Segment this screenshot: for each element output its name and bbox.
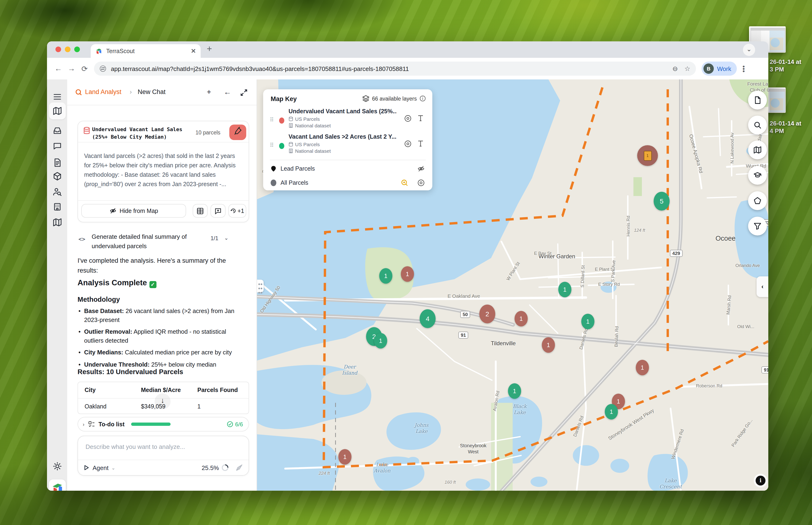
map-attribution-info-button[interactable]: i [756, 476, 765, 485]
new-chat-button[interactable]: + [207, 88, 211, 96]
hide-from-map-button[interactable]: Hide from Map [81, 204, 186, 217]
close-window-button[interactable] [56, 46, 61, 52]
browser-tab[interactable]: TerraScout ✕ [91, 44, 201, 58]
breadcrumb-agent[interactable]: Land Analyst [85, 88, 121, 95]
browser-profile-chip[interactable]: B Work [702, 62, 737, 76]
map-canvas[interactable]: Winter GardenTildenvilleOcoeeE Oakland A… [257, 79, 768, 491]
terrascout-logo[interactable] [49, 479, 65, 491]
zoom-out-icon[interactable]: ⊖ [672, 65, 678, 72]
minimize-window-button[interactable] [65, 46, 71, 52]
layer-visibility-icon[interactable] [404, 140, 412, 148]
menu-icon[interactable] [52, 92, 62, 102]
send-icon[interactable] [235, 464, 243, 471]
filter-button[interactable] [748, 217, 767, 236]
lead-parcels-row[interactable]: Lead Parcels [271, 164, 425, 174]
sidebar-item-datasets[interactable] [52, 171, 62, 181]
map-marker-cluster[interactable]: 1 [558, 282, 571, 297]
learn-button[interactable] [748, 166, 767, 185]
dataset-card[interactable]: Undervalued Vacant Land Sales (25%+ Belo… [78, 121, 249, 222]
map-marker-cluster[interactable]: 1 [605, 404, 618, 419]
drag-handle-icon[interactable]: ⠿ [270, 142, 274, 149]
back-button[interactable]: ← [52, 64, 65, 73]
panel-drag-handle[interactable]: ●●●●●● [257, 280, 264, 292]
chat-panel: Land Analyst › New Chat + ← Undervalued … [67, 79, 257, 491]
draw-polygon-button[interactable] [748, 191, 767, 210]
basemap-button[interactable] [748, 140, 767, 159]
map-marker-cluster[interactable]: 1 [542, 337, 555, 353]
browser-menu-icon[interactable]: ••• [742, 65, 745, 72]
dataset-description: Vacant land parcels (>2 acres) that sold… [84, 151, 243, 189]
parcel-report-button[interactable] [748, 91, 767, 109]
analysis-complete-heading: Analysis Complete✓ [78, 278, 240, 288]
task-chevron-down-icon[interactable]: ⌄ [224, 235, 228, 241]
map-marker-cluster[interactable]: 2 [479, 304, 495, 324]
map-key-panel[interactable]: Map Key 66 available layers ⠿ Undervalue… [263, 89, 432, 190]
tab-close-icon[interactable]: ✕ [191, 47, 196, 55]
comment-plus-icon [215, 208, 221, 214]
todo-list-bar[interactable]: › To-do list 6/6 [78, 417, 249, 432]
mode-selector[interactable]: Agent [93, 464, 109, 471]
todo-label: To-do list [98, 421, 124, 427]
theme-toggle-sun-icon[interactable] [52, 462, 62, 471]
map-marker-cluster[interactable]: 1 [374, 333, 387, 348]
dataset-title: Undervalued Vacant Land Sales (25%+ Belo… [92, 126, 195, 141]
new-tab-button[interactable]: + [207, 44, 212, 54]
eye-icon[interactable] [417, 179, 425, 186]
map-key-layer-row[interactable]: ⠿ Vacant Land Sales >2 Acres (Last 2 Y..… [268, 134, 428, 158]
reload-button[interactable]: ⟳ [78, 64, 91, 73]
eye-off-icon[interactable] [417, 165, 425, 172]
back-chat-button[interactable]: ← [224, 88, 231, 96]
map-marker-cluster[interactable]: 1 [581, 314, 594, 329]
eye-off-icon [109, 207, 116, 214]
site-settings-icon[interactable] [99, 65, 106, 72]
zoom-window-button[interactable] [74, 46, 80, 52]
sidebar-item-maps[interactable] [52, 217, 62, 227]
context-ring [221, 464, 229, 471]
map-marker-cluster[interactable]: 4 [419, 309, 435, 328]
sidebar-item-chat[interactable] [52, 141, 62, 151]
map-key-layer-row[interactable]: ⠿ Undervalued Vacant Land Sales (25%... … [268, 108, 428, 133]
paint-layer-button[interactable] [229, 124, 246, 140]
view-table-button[interactable] [193, 204, 208, 217]
map-marker-cluster[interactable]: 1 [508, 383, 521, 399]
collapse-panel-handle[interactable]: ‹ [756, 276, 768, 297]
mode-chevron-icon[interactable]: ⌄ [111, 465, 116, 470]
gray-dot [271, 180, 276, 186]
layer-label-toggle-icon[interactable] [417, 115, 424, 122]
breadcrumb-chat-name: New Chat [138, 88, 166, 95]
sidebar-item-documents[interactable] [52, 158, 62, 167]
map-marker-cluster[interactable]: 1 [515, 311, 528, 327]
check-circle-icon [227, 421, 233, 427]
composer[interactable]: Describe what you want to analyze... Age… [78, 436, 249, 476]
todo-chevron-icon[interactable]: › [83, 421, 85, 427]
all-parcels-row[interactable]: All Parcels [271, 178, 425, 188]
layer-visibility-icon[interactable] [404, 115, 412, 122]
comment-button[interactable] [211, 204, 226, 217]
map-marker-cluster[interactable]: 5 [654, 192, 670, 211]
context-percentage: 25.5% [202, 464, 219, 471]
layer-label-toggle-icon[interactable] [417, 140, 424, 147]
map-marker-cluster[interactable]: 1 [637, 145, 658, 166]
expand-panel-icon[interactable] [241, 89, 247, 96]
address-bar[interactable]: app.terrascout.ai/map?chatId=j2s1j1wm576… [94, 62, 696, 76]
bookmark-star-icon[interactable]: ☆ [685, 65, 690, 72]
map-marker-cluster[interactable]: 1 [636, 360, 649, 375]
screenshot-filename-2b: 4 PM [770, 127, 784, 134]
sidebar-item-inbox[interactable] [52, 126, 62, 135]
sidebar-item-lead-search[interactable] [52, 187, 62, 196]
history-button[interactable]: +1 [228, 204, 246, 217]
list-item: Outlier Removal: Applied IQR method - no… [78, 328, 240, 345]
browser-toolbar: ← → ⟳ app.terrascout.ai/map?chatId=j2s1j… [47, 58, 768, 79]
tab-title: TerraScout [106, 48, 191, 54]
sidebar-item-properties[interactable] [52, 202, 62, 211]
forward-button[interactable]: → [65, 64, 78, 73]
drag-handle-icon[interactable]: ⠿ [270, 117, 274, 123]
map-marker-cluster[interactable]: 1 [401, 266, 414, 282]
tabstrip-chevron-icon[interactable]: ⌄ [743, 44, 755, 56]
map-search-button[interactable] [748, 116, 767, 134]
map-marker-cluster[interactable]: 1 [338, 449, 352, 465]
map-marker-cluster[interactable]: 1 [379, 268, 393, 284]
zoom-to-layer-icon[interactable] [401, 179, 408, 186]
sidebar-item-map-active[interactable] [49, 103, 65, 119]
available-layers-button[interactable]: 66 available layers [362, 95, 426, 102]
